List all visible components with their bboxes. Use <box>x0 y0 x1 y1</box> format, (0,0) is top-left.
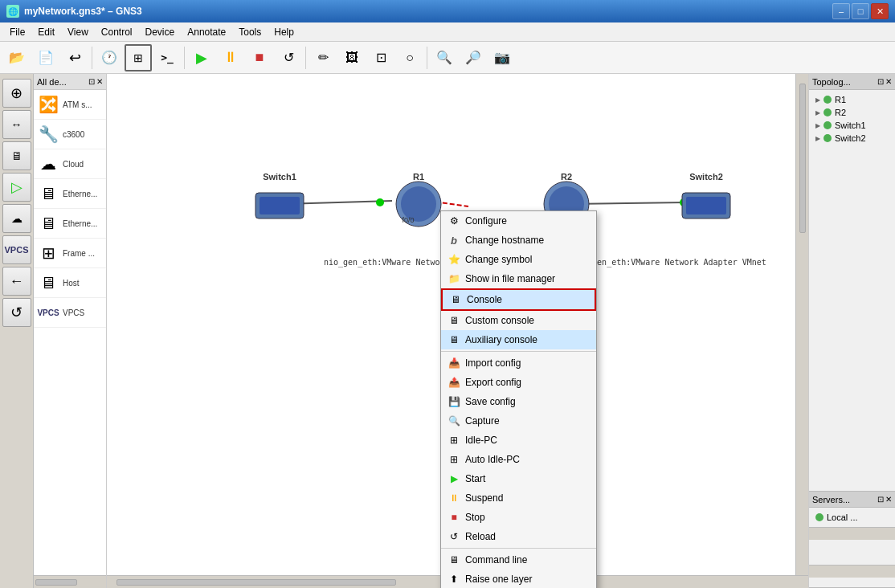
reload-button[interactable]: ↺ <box>275 44 302 71</box>
window-controls: – □ ✕ <box>832 3 889 19</box>
device-h-scrollbar[interactable] <box>34 575 106 588</box>
vpcs-icon: VPCS <box>37 301 59 324</box>
new-file-button[interactable]: 📄 <box>32 44 59 71</box>
ctx-raise-layer[interactable]: ⬆ Raise one layer <box>441 570 596 588</box>
menu-control[interactable]: Control <box>95 23 139 41</box>
ctx-stop-label: Stop <box>465 512 485 523</box>
ctx-idle-pc[interactable]: ⊞ Idle-PC <box>441 431 596 450</box>
ctx-custom-console-label: Custom console <box>465 315 534 326</box>
save-config-icon: 💾 <box>448 395 460 408</box>
select-button[interactable]: ⊞ <box>125 44 152 71</box>
c3600-icon: 🔧 <box>37 123 59 145</box>
tree-switch1-dot <box>823 121 832 129</box>
idle-pc-icon: ⊞ <box>448 434 460 447</box>
ctx-reload[interactable]: ↺ Reload <box>441 527 596 546</box>
move-tool[interactable]: ↔ <box>2 110 31 139</box>
menu-help[interactable]: Help <box>268 23 300 41</box>
edit-button[interactable]: ✏ <box>309 44 337 71</box>
svg-text:nio_gen_eth:VMware Network Ada: nio_gen_eth:VMware Network Adapter VMnet <box>573 258 766 267</box>
device-atm[interactable]: 🔀 ATM s... <box>34 90 106 120</box>
ctx-change-symbol[interactable]: ⭐ Change symbol <box>441 250 596 269</box>
minimize-button[interactable]: – <box>832 3 850 19</box>
device-panel-float-btn[interactable]: ⊡ <box>88 77 95 86</box>
maximize-button[interactable]: □ <box>852 3 869 19</box>
svg-rect-8 <box>260 197 300 214</box>
pause-all-button[interactable]: ⏸ <box>217 44 244 71</box>
ctx-stop[interactable]: ■ Stop <box>441 508 596 527</box>
device-frame[interactable]: ⊞ Frame ... <box>34 239 106 268</box>
menu-tools[interactable]: Tools <box>232 23 268 41</box>
ctx-capture[interactable]: 🔍 Capture <box>441 411 596 431</box>
stop-all-button[interactable]: ■ <box>246 44 273 71</box>
vpcs-tool[interactable]: VPCS <box>2 235 31 264</box>
menu-file[interactable]: File <box>3 23 31 41</box>
ctx-import-config[interactable]: 📥 Import config <box>441 353 596 373</box>
zoom-in-button[interactable]: 🔍 <box>431 44 458 71</box>
menu-edit[interactable]: Edit <box>31 23 61 41</box>
frame-label: Frame ... <box>63 249 95 258</box>
pointer-tool[interactable]: ⊕ <box>2 79 31 108</box>
device-cloud[interactable]: ☁ Cloud <box>34 149 106 179</box>
toolbar-separator-3 <box>305 47 306 69</box>
ctx-start[interactable]: ▶ Start <box>441 469 596 488</box>
ctx-hostname-label: Change hostname <box>465 235 544 246</box>
raise-icon: ⬆ <box>448 573 460 586</box>
menu-view[interactable]: View <box>61 23 95 41</box>
console-tool[interactable]: 🖥 <box>2 141 31 170</box>
cloud-tool[interactable]: ☁ <box>2 204 31 233</box>
ctx-auto-idle-pc[interactable]: ⊞ Auto Idle-PC <box>441 450 596 469</box>
image-button[interactable]: 🖼 <box>338 44 366 71</box>
ctx-change-hostname[interactable]: b Change hostname <box>441 231 596 250</box>
terminal-button[interactable]: >_ <box>153 44 181 71</box>
ctx-sep-1 <box>441 351 596 352</box>
menu-device[interactable]: Device <box>139 23 182 41</box>
eth2-label: Etherne... <box>63 219 97 228</box>
ctx-sep-2 <box>441 548 596 549</box>
ctx-export-config[interactable]: 📤 Export config <box>441 373 596 392</box>
close-button[interactable]: ✕ <box>871 3 889 19</box>
canvas-v-scrollbar[interactable] <box>795 74 808 575</box>
ctx-save-config[interactable]: 💾 Save config <box>441 392 596 411</box>
device-c3600[interactable]: 🔧 c3600 <box>34 120 106 149</box>
ctx-auxiliary-console[interactable]: 🖥 Auxiliary console <box>441 330 596 349</box>
route-tool[interactable]: ↺ <box>2 298 31 327</box>
tree-switch2[interactable]: ▶ Switch2 <box>812 132 892 145</box>
topology-float-btn[interactable]: ⊡ <box>877 77 884 86</box>
device-eth1[interactable]: 🖥 Etherne... <box>34 179 106 209</box>
ctx-configure[interactable]: ⚙ Configure <box>441 211 596 231</box>
toolbar-separator-1 <box>92 47 92 69</box>
canvas-area[interactable]: Switch1 R1 f0/0 R2 f0/0 Switch2 nio_gen_… <box>107 74 808 588</box>
device-vpcs[interactable]: VPCS VPCS <box>34 298 106 328</box>
menu-annotate[interactable]: Annotate <box>181 23 232 41</box>
back-tool[interactable]: ← <box>2 267 31 296</box>
camera-button[interactable]: 📷 <box>488 44 516 71</box>
console-icon: 🖥 <box>449 293 462 306</box>
svg-text:f0/0: f0/0 <box>402 216 414 224</box>
start-all-button[interactable]: ▶ <box>188 44 215 71</box>
play-tool[interactable]: ▷ <box>2 173 31 202</box>
left-area: ⊕ ↔ 🖥 ▷ ☁ VPCS ← ↺ All de... ⊡ ✕ 🔀 ATM s… <box>0 74 107 588</box>
device-host[interactable]: 🖥 Host <box>34 268 106 298</box>
ctx-suspend-label: Suspend <box>465 492 503 504</box>
zoom-out-button[interactable]: 🔎 <box>460 44 487 71</box>
tree-switch1[interactable]: ▶ Switch1 <box>812 119 892 132</box>
history-button[interactable]: 🕐 <box>96 44 123 71</box>
ctx-console[interactable]: 🖥 Console <box>441 288 596 311</box>
tree-switch1-label: Switch1 <box>835 120 866 130</box>
ctx-custom-console[interactable]: 🖥 Custom console <box>441 311 596 330</box>
tree-switch2-arrow: ▶ <box>815 135 820 142</box>
ctx-show-file-manager[interactable]: 📁 Show in file manager <box>441 269 596 288</box>
add-link-button[interactable]: ⊡ <box>367 44 394 71</box>
device-panel-close-btn[interactable]: ✕ <box>96 77 103 86</box>
device-eth2[interactable]: 🖥 Etherne... <box>34 209 106 239</box>
tree-r1[interactable]: ▶ R1 <box>812 93 892 106</box>
svg-text:R2: R2 <box>561 172 572 182</box>
tree-r2[interactable]: ▶ R2 <box>812 106 892 119</box>
topology-close-btn[interactable]: ✕ <box>885 77 892 86</box>
undo-button[interactable]: ↩ <box>61 44 88 71</box>
open-folder-button[interactable]: 📂 <box>3 44 31 71</box>
ellipse-button[interactable]: ○ <box>396 44 423 71</box>
ctx-suspend[interactable]: ⏸ Suspend <box>441 488 596 508</box>
tree-switch1-arrow: ▶ <box>815 122 820 129</box>
ctx-command-line[interactable]: 🖥 Command line <box>441 550 596 570</box>
